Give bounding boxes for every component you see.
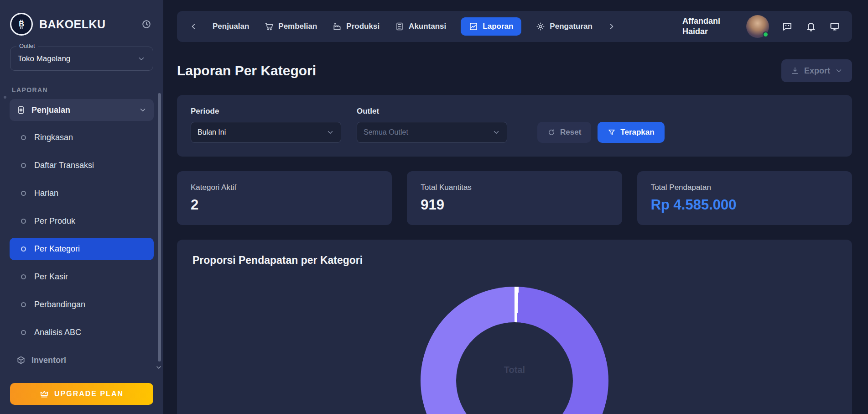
sidebar-item-label: Inventori	[31, 356, 66, 365]
tab-akuntansi[interactable]: Akuntansi	[394, 17, 447, 36]
sidebar-menu: Penjualan Ringkasan Daftar Transaksi Har…	[0, 99, 163, 371]
chart-card: Proporsi Pendapatan per Kategori Total	[177, 240, 852, 414]
nav-scroll-right-icon[interactable]	[607, 22, 616, 31]
sidebar-item-harian[interactable]: Harian	[10, 182, 154, 204]
sidebar: B BAKOELKU Outlet Toko Magelang LAPORAN	[0, 0, 163, 414]
sidebar-scrollbar-thumb[interactable]	[158, 93, 161, 362]
tab-pengaturan[interactable]: Pengaturan	[535, 17, 593, 36]
crown-icon	[40, 389, 49, 398]
filter-actions: Reset Terapkan	[537, 122, 665, 143]
chevron-down-icon	[139, 106, 147, 114]
radio-bullet-icon	[21, 135, 26, 140]
sales-receipt-icon	[16, 105, 26, 115]
radio-bullet-icon	[21, 219, 26, 224]
sidebar-section-title: LAPORAN	[12, 86, 151, 94]
avatar[interactable]	[746, 15, 769, 38]
outlet-value: Toko Magelang	[18, 54, 70, 63]
outlet-filter-label: Outlet	[357, 107, 507, 116]
outlet-select[interactable]: Outlet Toko Magelang	[10, 47, 153, 71]
filter-funnel-icon	[608, 128, 616, 136]
user-name: Affandani Haidar	[682, 16, 733, 37]
tab-laporan[interactable]: Laporan	[461, 17, 521, 36]
main-content: Penjualan Pembelian Produksi Akuntansi	[163, 0, 868, 414]
chevron-down-icon	[137, 55, 146, 63]
chart-icon	[469, 22, 478, 31]
stat-value: 2	[191, 197, 378, 213]
stat-label: Total Kuantitas	[421, 183, 608, 192]
calculator-icon	[395, 22, 404, 31]
sidebar-item-daftar-transaksi[interactable]: Daftar Transaksi	[10, 154, 154, 177]
stat-label: Kategori Aktif	[191, 183, 378, 192]
gear-icon	[536, 22, 545, 31]
radio-bullet-icon	[21, 302, 26, 307]
tab-label: Produksi	[346, 22, 379, 31]
sidebar-item-label: Analisis ABC	[34, 328, 81, 337]
export-label: Export	[804, 66, 830, 76]
app-root: B BAKOELKU Outlet Toko Magelang LAPORAN	[0, 0, 868, 414]
stat-value: 919	[421, 197, 608, 213]
tab-produksi[interactable]: Produksi	[332, 17, 380, 36]
sidebar-item-per-kategori[interactable]: Per Kategori	[10, 238, 154, 260]
download-icon	[790, 66, 800, 75]
upgrade-plan-button[interactable]: UPGRADE PLAN	[10, 383, 153, 405]
stat-card-total-pendapatan: Total Pendapatan Rp 4.585.000	[637, 171, 852, 225]
brand-logo-icon: B	[10, 13, 33, 36]
radio-bullet-icon	[21, 274, 26, 279]
stat-card-total-kuantitas: Total Kuantitas 919	[407, 171, 622, 225]
tab-label: Penjualan	[213, 22, 249, 31]
box-icon	[16, 356, 26, 365]
clock-icon[interactable]	[141, 19, 151, 29]
sidebar-item-label: Daftar Transaksi	[34, 161, 94, 170]
periode-select[interactable]: Bulan Ini	[191, 122, 341, 143]
donut-center-label: Total	[504, 365, 525, 375]
outlet-filter-select[interactable]: Semua Outlet	[357, 122, 507, 143]
brand-name: BAKOELKU	[39, 18, 135, 31]
upgrade-plan-label: UPGRADE PLAN	[54, 390, 124, 398]
sidebar-item-perbandingan[interactable]: Perbandingan	[10, 293, 154, 316]
tab-pembelian[interactable]: Pembelian	[264, 17, 318, 36]
sidebar-item-label: Penjualan	[31, 105, 70, 115]
radio-bullet-icon	[21, 163, 26, 168]
filter-panel: Periode Bulan Ini Outlet Semua Outlet	[177, 95, 852, 157]
bell-icon[interactable]	[806, 21, 816, 32]
reset-label: Reset	[560, 128, 581, 137]
sidebar-item-per-produk[interactable]: Per Produk	[10, 210, 154, 232]
donut-hole: Total	[456, 322, 573, 414]
reset-button[interactable]: Reset	[537, 122, 591, 143]
sidebar-item-label: Per Kategori	[34, 244, 80, 254]
sidebar-item-ringkasan[interactable]: Ringkasan	[10, 126, 154, 149]
apply-button[interactable]: Terapkan	[598, 122, 664, 143]
tab-label: Pengaturan	[550, 22, 593, 31]
sidebar-item-per-kasir[interactable]: Per Kasir	[10, 266, 154, 288]
sidebar-item-penjualan[interactable]: Penjualan	[10, 99, 154, 121]
sidebar-scroll-dot	[4, 96, 6, 99]
sidebar-item-label: Ringkasan	[34, 133, 73, 142]
chevron-down-icon	[835, 67, 843, 75]
sidebar-header: B BAKOELKU	[0, 0, 163, 44]
tab-penjualan[interactable]: Penjualan	[212, 17, 250, 36]
sidebar-item-label: Perbandingan	[34, 300, 85, 309]
topnav-right-cluster: Affandani Haidar	[682, 15, 840, 38]
sidebar-item-inventori[interactable]: Inventori	[10, 349, 154, 371]
outlet-filter-value: Semua Outlet	[364, 128, 408, 136]
radio-bullet-icon	[21, 330, 26, 335]
radio-bullet-icon	[21, 191, 26, 196]
factory-icon	[333, 22, 342, 31]
periode-label: Periode	[191, 107, 341, 116]
sidebar-item-analisis-abc[interactable]: Analisis ABC	[10, 321, 154, 344]
nav-scroll-left-icon[interactable]	[189, 22, 198, 31]
sidebar-item-label: Per Produk	[34, 216, 75, 226]
stats-row: Kategori Aktif 2 Total Kuantitas 919 Tot…	[177, 171, 852, 225]
chat-icon[interactable]	[782, 21, 793, 32]
sidebar-item-label: Harian	[34, 189, 58, 198]
scroll-down-icon[interactable]	[155, 364, 162, 371]
periode-filter-group: Periode Bulan Ini	[191, 107, 341, 143]
donut-chart[interactable]: Total	[421, 287, 608, 414]
chevron-down-icon	[326, 128, 334, 136]
export-button[interactable]: Export	[781, 59, 852, 82]
monitor-icon[interactable]	[829, 21, 840, 32]
radio-bullet-icon	[21, 246, 26, 252]
svg-text:B: B	[19, 20, 24, 28]
online-status-dot	[763, 31, 769, 37]
stat-label: Total Pendapatan	[651, 183, 838, 192]
